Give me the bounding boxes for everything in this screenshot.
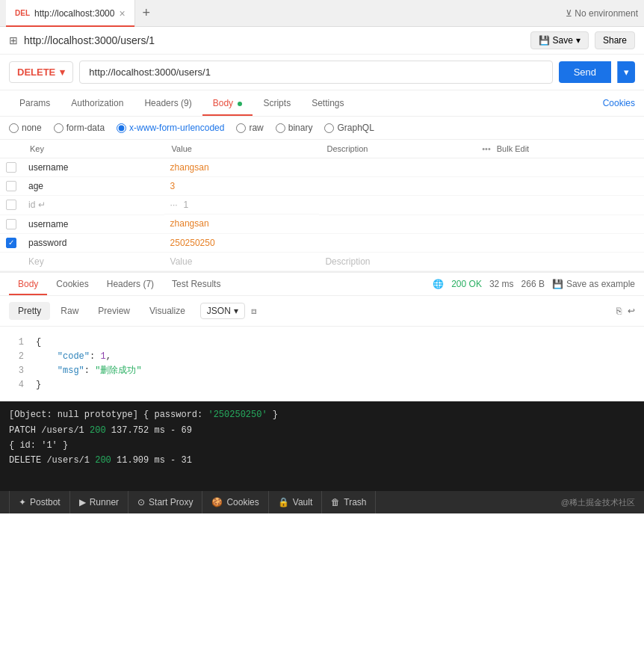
placeholder-value[interactable]: Value [164,252,320,271]
row1-desc[interactable] [319,158,474,177]
response-format-bar: Pretty Raw Preview Visualize JSON ▾ ⧈ ⎘ … [0,296,644,327]
send-dropdown-button[interactable]: ▾ [617,61,635,83]
table-row: ✓ password 250250250 [0,233,644,252]
fmt-visualize[interactable]: Visualize [140,302,194,320]
fmt-raw[interactable]: Raw [52,302,87,320]
tab-body[interactable]: Body [202,90,253,116]
more-icon[interactable]: ••• [482,144,491,153]
save-button[interactable]: 💾 Save ▾ [530,31,589,49]
save-chevron-icon: ▾ [576,35,580,46]
share-button[interactable]: Share [595,31,635,49]
resp-tab-headers[interactable]: Headers (7) [98,273,163,295]
row2-desc[interactable] [319,177,474,196]
row5-value[interactable]: 250250250 [164,233,320,252]
environment-dropdown[interactable]: ⊻ No environment [566,8,638,19]
row1-value[interactable]: zhangsan [164,158,320,177]
request-icon: ⊞ [9,34,18,46]
col-actions: ••• Bulk Edit [474,140,644,158]
placeholder-desc[interactable]: Description [319,252,474,271]
body-type-row: none form-data x-www-form-urlencoded raw… [0,117,644,140]
table-row: age 3 [0,177,644,196]
resp-tab-test-results[interactable]: Test Results [163,273,229,295]
cookies-button[interactable]: 🍪 Cookies [202,491,268,513]
row3-checkbox[interactable] [6,200,16,210]
method-select[interactable]: DELETE ▾ [9,61,73,83]
row4-value[interactable]: zhangsan [164,215,320,233]
save-example-button[interactable]: 💾 Save as example [552,279,635,289]
close-tab-icon[interactable]: × [119,7,125,19]
active-tab[interactable]: DEL http://localhost:3000 × [6,0,135,27]
status-ok: 200 OK [451,279,482,289]
fmt-preview[interactable]: Preview [89,302,139,320]
radio-graphql[interactable]: GraphQL [324,123,374,133]
url-input[interactable] [79,61,552,84]
row3-value[interactable]: ···1 [164,196,320,215]
filter-icon[interactable]: ⧈ [251,306,257,316]
table-row: username zhangsan [0,158,644,177]
status-size: 266 B [521,279,545,289]
params-table-container: Key Value Description ••• Bulk Edit user… [0,140,644,271]
globe-icon: 🌐 [433,279,444,289]
row4-checkbox[interactable] [6,219,16,229]
col-value: Value [164,140,320,158]
runner-button[interactable]: ▶ Runner [70,491,129,513]
row5-desc[interactable] [319,233,474,252]
table-row: username zhangsan [0,215,644,233]
json-chevron-icon: ▾ [234,306,238,316]
row5-checkbox[interactable]: ✓ [6,238,16,248]
trash-icon: 🗑 [331,497,340,507]
resp-tab-body[interactable]: Body [9,273,47,295]
radio-binary[interactable]: binary [276,123,313,133]
radio-urlencoded[interactable]: x-www-form-urlencoded [117,123,224,133]
watermark: @稀土掘金技术社区 [561,497,635,508]
add-tab-icon[interactable]: + [135,5,158,21]
row2-key[interactable]: age [22,177,164,196]
radio-raw[interactable]: raw [236,123,263,133]
placeholder-key[interactable]: Key [22,252,164,271]
json-format-select[interactable]: JSON ▾ [200,303,245,319]
col-key: Key [22,140,164,158]
copy-icon[interactable]: ⎘ [616,306,622,316]
code-line-3: 3 "msg": "删除成功" [12,364,632,378]
trash-button[interactable]: 🗑 Trash [322,491,376,513]
address-url: http://localhost:3000/users/1 [24,34,524,46]
row1-checkbox[interactable] [6,162,16,173]
console-line-4: DELETE /users/1 200 11.909 ms - 31 [9,453,635,468]
tab-settings[interactable]: Settings [301,90,354,116]
runner-icon: ▶ [79,497,86,507]
row2-value[interactable]: 3 [164,177,320,196]
row2-checkbox[interactable] [6,181,16,191]
row1-key[interactable]: username [22,158,164,177]
start-proxy-button[interactable]: ⊙ Start Proxy [129,491,202,513]
tab-scripts[interactable]: Scripts [253,90,301,116]
tab-params[interactable]: Params [9,90,61,116]
tab-authorization[interactable]: Authorization [61,90,134,116]
cookies-link[interactable]: Cookies [603,98,635,108]
send-button[interactable]: Send [559,61,611,83]
wrap-icon[interactable]: ↩ [628,306,635,316]
vault-button[interactable]: 🔒 Vault [269,491,322,513]
tab-headers[interactable]: Headers (9) [134,90,202,116]
nav-tabs: Params Authorization Headers (9) Body Sc… [0,90,644,117]
table-row: id ↵ ···1 [0,196,644,215]
code-line-1: 1 { [12,336,632,350]
tab-url: http://localhost:3000 [34,8,114,19]
row3-desc[interactable] [319,196,474,215]
status-time: 32 ms [489,279,514,289]
col-desc: Description [319,140,474,158]
bulk-edit-button[interactable]: Bulk Edit [497,144,529,153]
fmt-pretty[interactable]: Pretty [9,302,50,320]
postbot-button[interactable]: ✦ Postbot [9,491,70,513]
save-example-icon: 💾 [552,279,563,289]
row4-key[interactable]: username [22,215,164,233]
row4-desc[interactable] [319,215,474,233]
format-tabs: Pretty Raw Preview Visualize [9,302,194,320]
resp-tab-cookies[interactable]: Cookies [47,273,97,295]
row3-key[interactable]: id ↵ [22,196,164,215]
row5-key[interactable]: password [22,233,164,252]
radio-none[interactable]: none [9,123,42,133]
console-line-3: { id: '1' } [9,438,635,453]
body-dot [238,102,242,106]
radio-form-data[interactable]: form-data [54,123,105,133]
method-label: DELETE [17,67,55,78]
